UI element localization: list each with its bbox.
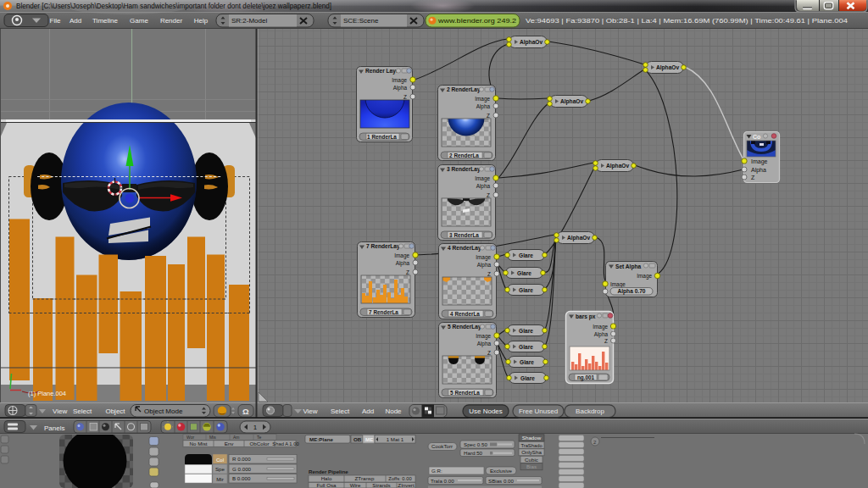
svg-text:Z: Z bbox=[487, 113, 490, 119]
svg-text:Add: Add bbox=[70, 17, 81, 25]
svg-text:3 RenderLa: 3 RenderLa bbox=[449, 232, 479, 238]
svg-text:Image: Image bbox=[394, 252, 409, 259]
svg-text:AlphaOv: AlphaOv bbox=[520, 39, 542, 46]
svg-text:Full Osa: Full Osa bbox=[316, 482, 337, 488]
svg-text:Cubic: Cubic bbox=[525, 457, 538, 463]
svg-text:Glare: Glare bbox=[519, 252, 533, 258]
svg-text:OnlySha: OnlySha bbox=[521, 449, 542, 455]
svg-text:Shadow: Shadow bbox=[522, 435, 542, 441]
svg-text:AlphaOv: AlphaOv bbox=[656, 64, 679, 71]
svg-text:Timeline: Timeline bbox=[92, 17, 118, 25]
svg-text:B 0.000: B 0.000 bbox=[232, 475, 251, 481]
svg-text:Z: Z bbox=[487, 350, 491, 356]
svg-text:Te: Te bbox=[257, 435, 262, 440]
svg-text:Glare: Glare bbox=[519, 287, 533, 293]
svg-text:Alpha 0.70: Alpha 0.70 bbox=[618, 288, 646, 295]
svg-text:ZInvert: ZInvert bbox=[398, 482, 415, 488]
svg-text:File: File bbox=[50, 17, 61, 25]
svg-text:Object: Object bbox=[105, 408, 125, 415]
svg-text:Alpha: Alpha bbox=[594, 331, 609, 338]
svg-text:1 RenderLa: 1 RenderLa bbox=[367, 134, 397, 140]
svg-text:7 RenderLay: 7 RenderLay bbox=[366, 243, 400, 250]
svg-text:3 RenderLay: 3 RenderLay bbox=[447, 166, 481, 173]
svg-text:Glare: Glare bbox=[520, 375, 535, 381]
svg-text:2 RenderLa: 2 RenderLa bbox=[449, 152, 479, 158]
svg-text:5 RenderLa: 5 RenderLa bbox=[450, 390, 480, 396]
svg-text:Halo: Halo bbox=[321, 475, 332, 481]
svg-text:Image: Image bbox=[475, 175, 490, 182]
svg-text:Glare: Glare bbox=[520, 359, 534, 365]
svg-text:OB: OB bbox=[353, 436, 362, 442]
svg-text:Image: Image bbox=[475, 96, 490, 103]
svg-text:Select: Select bbox=[73, 408, 92, 415]
svg-text:G:R:: G:R: bbox=[431, 468, 442, 474]
svg-text:ng.001: ng.001 bbox=[577, 374, 595, 381]
svg-text:Image: Image bbox=[751, 158, 768, 165]
svg-text:Node: Node bbox=[385, 408, 402, 415]
svg-text:4 RenderLay: 4 RenderLay bbox=[448, 245, 481, 252]
svg-text:Z: Z bbox=[403, 94, 407, 100]
svg-text:Alpha: Alpha bbox=[476, 103, 491, 110]
svg-text:Alpha: Alpha bbox=[476, 183, 491, 190]
svg-text:ZTransp: ZTransp bbox=[355, 475, 375, 481]
svg-text:Image: Image bbox=[476, 254, 491, 261]
svg-text:Select: Select bbox=[331, 408, 350, 415]
svg-text:Set Alpha: Set Alpha bbox=[615, 263, 641, 270]
svg-text:Env: Env bbox=[225, 441, 235, 446]
svg-text:Image: Image bbox=[476, 333, 491, 340]
svg-text:CookTorr: CookTorr bbox=[431, 443, 453, 449]
svg-text:1 Mat 1: 1 Mat 1 bbox=[387, 436, 404, 442]
svg-text:Object Mode: Object Mode bbox=[144, 408, 183, 415]
svg-text:SCE:Scene: SCE:Scene bbox=[343, 17, 379, 25]
svg-text:Image: Image bbox=[610, 281, 626, 288]
svg-text:Add: Add bbox=[362, 408, 374, 415]
svg-text:(1) Plane.004: (1) Plane.004 bbox=[28, 390, 66, 397]
svg-text:SBias 0.00: SBias 0.00 bbox=[488, 478, 514, 484]
svg-text:AlphaOv: AlphaOv bbox=[567, 235, 590, 241]
svg-text:Game: Game bbox=[130, 17, 148, 25]
svg-text:Free Unused: Free Unused bbox=[519, 408, 558, 415]
svg-text:TraShado: TraShado bbox=[520, 443, 542, 448]
svg-text:Blender [C:\Users\Joseph\Deskt: Blender [C:\Users\Joseph\Desktop\Ham san… bbox=[16, 3, 331, 10]
svg-text:2 RenderLay: 2 RenderLay bbox=[447, 86, 481, 93]
svg-text:ME:Plane: ME:Plane bbox=[309, 436, 333, 442]
svg-text:Shad A 1.00: Shad A 1.00 bbox=[272, 441, 298, 446]
svg-text:Alpha: Alpha bbox=[396, 260, 410, 267]
svg-text:Image: Image bbox=[392, 77, 407, 84]
svg-text:Glare: Glare bbox=[519, 328, 533, 334]
svg-text:Mir: Mir bbox=[216, 476, 224, 482]
svg-text:Am: Am bbox=[233, 435, 240, 440]
svg-text:7 RenderLa: 7 RenderLa bbox=[369, 309, 398, 315]
svg-text:No Mist: No Mist bbox=[190, 441, 208, 446]
svg-text:AlphaOv: AlphaOv bbox=[606, 163, 629, 169]
svg-text:bars px: bars px bbox=[576, 313, 596, 320]
svg-text:Zoffs: 0.00: Zoffs: 0.00 bbox=[388, 476, 411, 481]
svg-text:Spec 0.50: Spec 0.50 bbox=[464, 441, 487, 447]
svg-text:Hard:50: Hard:50 bbox=[464, 450, 483, 456]
svg-text:Z: Z bbox=[751, 175, 755, 180]
svg-text:Exclusive: Exclusive bbox=[490, 468, 513, 474]
svg-text:Ve:94693 | Fa:93870 | Ob:28-1: Ve:94693 | Fa:93870 | Ob:28-1 | La:4 | M… bbox=[526, 17, 849, 25]
svg-text:Image: Image bbox=[637, 273, 652, 280]
svg-text:1: 1 bbox=[253, 424, 258, 431]
svg-text:Co: Co bbox=[753, 134, 760, 140]
svg-text:R 0.000: R 0.000 bbox=[232, 456, 251, 462]
svg-text:Strands: Strands bbox=[372, 482, 390, 488]
svg-text:Z: Z bbox=[604, 338, 608, 344]
svg-text:ME: ME bbox=[365, 436, 373, 442]
svg-text:Alpha: Alpha bbox=[751, 167, 766, 174]
svg-text:4 RenderLa: 4 RenderLa bbox=[450, 311, 480, 317]
svg-text:View: View bbox=[53, 408, 67, 415]
svg-text:Alpha: Alpha bbox=[477, 262, 492, 269]
svg-text:Col: Col bbox=[216, 458, 224, 463]
svg-text:Bias: Bias bbox=[526, 463, 537, 469]
svg-text:Spe: Spe bbox=[215, 466, 225, 472]
svg-text:Render Pipeline: Render Pipeline bbox=[309, 469, 348, 474]
svg-text:SR:2-Model: SR:2-Model bbox=[231, 17, 267, 25]
svg-text:View: View bbox=[303, 408, 317, 415]
svg-text:Trala 0.00: Trala 0.00 bbox=[431, 478, 454, 484]
svg-text:Glare: Glare bbox=[519, 344, 533, 350]
svg-text:G 0.000: G 0.000 bbox=[232, 466, 252, 472]
svg-text:Mis: Mis bbox=[209, 435, 216, 440]
svg-text:ObColor: ObColor bbox=[249, 441, 269, 446]
